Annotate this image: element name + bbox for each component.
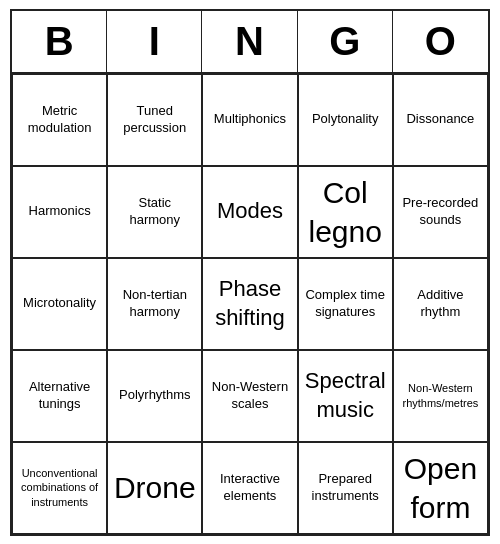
bingo-letter: O bbox=[393, 11, 488, 72]
bingo-cell: Col legno bbox=[298, 166, 393, 258]
bingo-cell: Non-Western rhythms/metres bbox=[393, 350, 488, 442]
bingo-cell: Open form bbox=[393, 442, 488, 534]
bingo-cell: Modes bbox=[202, 166, 297, 258]
bingo-cell: Drone bbox=[107, 442, 202, 534]
bingo-cell: Tuned percussion bbox=[107, 74, 202, 166]
bingo-cell: Pre-recorded sounds bbox=[393, 166, 488, 258]
bingo-cell: Non-Western scales bbox=[202, 350, 297, 442]
bingo-header: BINGO bbox=[12, 11, 488, 74]
bingo-letter: N bbox=[202, 11, 297, 72]
bingo-letter: B bbox=[12, 11, 107, 72]
bingo-cell: Interactive elements bbox=[202, 442, 297, 534]
bingo-cell: Multiphonics bbox=[202, 74, 297, 166]
bingo-cell: Non-tertian harmony bbox=[107, 258, 202, 350]
bingo-cell: Dissonance bbox=[393, 74, 488, 166]
bingo-cell: Alternative tunings bbox=[12, 350, 107, 442]
bingo-cell: Phase shifting bbox=[202, 258, 297, 350]
bingo-cell: Prepared instruments bbox=[298, 442, 393, 534]
bingo-cell: Metric modulation bbox=[12, 74, 107, 166]
bingo-cell: Polyrhythms bbox=[107, 350, 202, 442]
bingo-cell: Harmonics bbox=[12, 166, 107, 258]
bingo-card: BINGO Metric modulationTuned percussionM… bbox=[10, 9, 490, 536]
bingo-cell: Complex time signatures bbox=[298, 258, 393, 350]
bingo-letter: I bbox=[107, 11, 202, 72]
bingo-cell: Spectral music bbox=[298, 350, 393, 442]
bingo-cell: Additive rhythm bbox=[393, 258, 488, 350]
bingo-cell: Polytonality bbox=[298, 74, 393, 166]
bingo-cell: Unconventional combinations of instrumen… bbox=[12, 442, 107, 534]
bingo-cell: Microtonality bbox=[12, 258, 107, 350]
bingo-grid: Metric modulationTuned percussionMultiph… bbox=[12, 74, 488, 534]
bingo-letter: G bbox=[298, 11, 393, 72]
bingo-cell: Static harmony bbox=[107, 166, 202, 258]
